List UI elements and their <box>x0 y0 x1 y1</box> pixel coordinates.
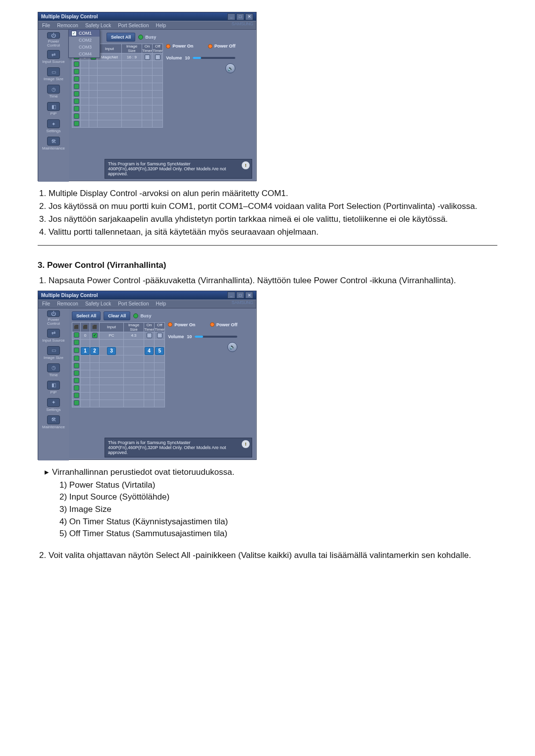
table-row[interactable] <box>72 98 163 105</box>
sidebar-item-pip[interactable]: ◧PIP <box>42 381 65 395</box>
table-row[interactable] <box>72 120 163 128</box>
col-size: Image Size <box>124 322 144 332</box>
table-row[interactable] <box>72 377 165 385</box>
port-option-com3[interactable]: COM3 <box>69 44 100 50</box>
select-all-button[interactable]: Select All <box>107 33 135 42</box>
mute-button[interactable]: 🔊 <box>225 63 235 73</box>
table-row[interactable] <box>72 105 163 113</box>
cell-size: 4:3 <box>124 332 144 339</box>
sidebar-item-time[interactable]: ◷Time <box>42 363 65 377</box>
sidebar-item-settings[interactable]: ✦Settings <box>42 398 65 412</box>
col-status: ⬛ <box>72 322 81 332</box>
callout-3: 3 <box>107 347 116 355</box>
power-on-button[interactable]: Power On <box>168 322 195 327</box>
title-bar: Multiple Display Control _ □ ✕ <box>38 291 256 300</box>
table-row[interactable] <box>72 339 165 347</box>
close-icon[interactable]: ✕ <box>245 292 253 299</box>
sidebar-item-power[interactable]: ⏻Power Control <box>42 311 65 325</box>
menu-help[interactable]: Help <box>156 23 166 28</box>
power-control-instructions-2: Voit valita ohjattavan näytön Select All… <box>38 550 497 561</box>
sidebar-item-settings[interactable]: ✦Settings <box>42 119 65 133</box>
table-row[interactable] <box>72 83 163 91</box>
time-icon: ◷ <box>47 85 60 94</box>
minimize-icon[interactable]: _ <box>227 292 235 299</box>
menu-port[interactable]: Port Selection <box>118 23 149 28</box>
sidebar-item-image[interactable]: ▭Image Size <box>42 67 65 81</box>
led-icon <box>133 313 138 318</box>
port-option-com2[interactable]: COM2 <box>69 37 100 44</box>
info-grid-lead: Virranhallinnan perustiedot ovat tietoru… <box>45 467 497 477</box>
table-row-callouts: 1 2 3 4 5 <box>72 347 165 355</box>
cell-input: MagicNet <box>98 53 122 61</box>
menu-bar: File Remocon Safety Lock Port Selection … <box>38 300 256 308</box>
menu-remocon[interactable]: Remocon <box>57 23 78 28</box>
warning-icon: ! <box>242 161 250 169</box>
maximize-icon[interactable]: □ <box>236 13 244 20</box>
menu-port[interactable]: Port Selection <box>118 301 149 306</box>
table-row[interactable]: 0 ✓ PC 4:3 ○ ○ <box>72 332 165 339</box>
menu-file[interactable]: File <box>42 301 50 306</box>
menu-safety[interactable]: Safety Lock <box>85 301 111 306</box>
table-row[interactable] <box>72 355 165 362</box>
table-row[interactable] <box>72 76 163 83</box>
volume-value: 10 <box>185 55 190 60</box>
port-selection-dropdown[interactable]: ✓COM1 COM2 COM3 COM4 <box>68 29 100 58</box>
menu-file[interactable]: File <box>42 23 50 28</box>
sidebar-item-input[interactable]: ⇄Input Source <box>42 329 65 343</box>
col-id: ⬛ <box>81 322 90 332</box>
footer-note: This Program is for Samsung SyncMaster 4… <box>105 159 252 179</box>
callout-4: 4 <box>145 347 154 355</box>
check-icon: ✓ <box>71 31 77 36</box>
sidebar-item-time[interactable]: ◷Time <box>42 85 65 99</box>
power-on-button[interactable]: Power On <box>166 44 193 49</box>
port-option-com4[interactable]: COM4 <box>69 50 100 57</box>
power-off-button[interactable]: Power Off <box>210 322 238 327</box>
wrench-icon: 🛠 <box>47 137 60 146</box>
sidebar-item-pip[interactable]: ◧PIP <box>42 102 65 116</box>
col-input: Input <box>98 44 122 53</box>
table-row[interactable] <box>72 61 163 68</box>
volume-slider[interactable] <box>193 57 235 59</box>
sidebar-item-maintenance[interactable]: 🛠Maintenance <box>42 415 65 429</box>
sidebar-item-image[interactable]: ▭Image Size <box>42 346 65 360</box>
table-row[interactable] <box>72 91 163 98</box>
row-checkbox[interactable]: ✓ <box>90 332 100 339</box>
window-title: Multiple Display Control <box>41 293 98 298</box>
brand-logo: SAMSUNG <box>232 300 253 305</box>
table-row[interactable] <box>72 68 163 76</box>
menu-help[interactable]: Help <box>156 301 166 306</box>
sidebar-item-maintenance[interactable]: 🛠Maintenance <box>42 137 65 151</box>
sub-item: 5) Off Timer Status (Sammutusajastimen t… <box>59 528 497 540</box>
table-row[interactable] <box>72 362 165 370</box>
warning-icon: ! <box>242 440 250 448</box>
port-option-com1[interactable]: ✓COM1 <box>69 30 100 37</box>
volume-slider[interactable] <box>195 336 237 338</box>
app-window-port-selection: Multiple Display Control _ □ ✕ File Remo… <box>38 12 257 181</box>
sub-item: 3) Image Size <box>59 504 497 516</box>
sidebar-item-input[interactable]: ⇄Input Source <box>42 50 65 64</box>
power-off-button[interactable]: Power Off <box>208 44 236 49</box>
minimize-icon[interactable]: _ <box>227 13 235 20</box>
cell-input: PC <box>100 332 124 339</box>
window-controls: _ □ ✕ <box>227 292 253 299</box>
volume-control: Volume 10 <box>166 55 235 60</box>
busy-indicator: Busy <box>133 313 151 318</box>
table-row[interactable] <box>72 392 165 400</box>
table-row[interactable] <box>72 370 165 377</box>
select-all-button[interactable]: Select All <box>72 311 101 320</box>
sidebar-item-power[interactable]: ⏻Power Control <box>42 33 65 47</box>
clear-all-button[interactable]: Clear All <box>104 311 130 320</box>
col-ontimer: On Timer <box>142 44 153 53</box>
maximize-icon[interactable]: □ <box>236 292 244 299</box>
input-icon: ⇄ <box>47 50 60 59</box>
mute-button[interactable]: 🔊 <box>227 342 237 352</box>
table-row[interactable] <box>72 113 163 120</box>
table-row[interactable] <box>72 385 165 392</box>
menu-remocon[interactable]: Remocon <box>57 301 78 306</box>
close-icon[interactable]: ✕ <box>245 13 253 20</box>
list-item: Multiple Display Control -arvoksi on alu… <box>49 188 497 200</box>
pip-icon: ◧ <box>47 381 60 390</box>
menu-safety[interactable]: Safety Lock <box>85 23 111 28</box>
table-row[interactable] <box>72 400 165 407</box>
cell-offtimer: ○ <box>155 332 165 339</box>
